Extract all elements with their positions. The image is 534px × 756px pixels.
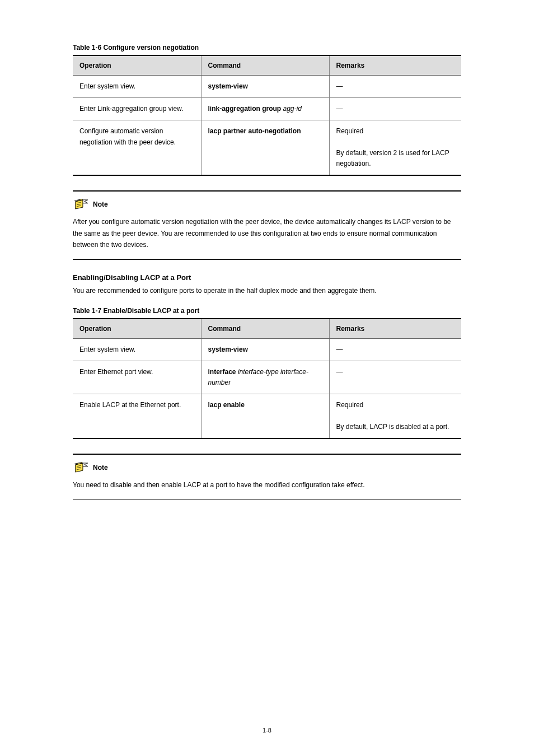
note2-text: You need to disable and then enable LACP…	[73, 479, 461, 491]
table1: Operation Command Remarks Enter system v…	[73, 55, 461, 176]
table-row: Enter Link-aggregation group view. link-…	[73, 98, 461, 120]
cell-operation: Enter Link-aggregation group view.	[73, 98, 201, 120]
cell-remarks: Required By default, LACP is disabled at…	[329, 394, 461, 438]
table2-header-command: Command	[201, 319, 329, 339]
section-para: You are recommended to configure ports t…	[73, 285, 461, 296]
table-row: Enable LACP at the Ethernet port. lacp e…	[73, 394, 461, 438]
section-heading: Enabling/Disabling LACP at a Port	[73, 273, 461, 282]
cell-remarks: —	[329, 76, 461, 98]
table-row: Enter Ethernet port view. interface inte…	[73, 361, 461, 394]
cell-command: lacp enable	[201, 394, 329, 438]
note-icon	[73, 461, 90, 474]
table-row: Enter system view. system-view —	[73, 338, 461, 361]
table1-header-command: Command	[201, 55, 329, 76]
table-row: Enter system view. system-view —	[73, 76, 461, 98]
note-icon	[73, 198, 90, 211]
cell-command: system-view	[201, 338, 329, 361]
cell-command: link-aggregation group agg-id	[201, 98, 329, 120]
table-row: Configure automatic version negotiation …	[73, 120, 461, 175]
cell-operation: Enter Ethernet port view.	[73, 361, 201, 394]
cell-remarks: —	[329, 98, 461, 120]
page-number: 1-8	[0, 727, 534, 734]
note1-box: Note After you configure automatic versi…	[73, 190, 461, 260]
table1-header-remarks: Remarks	[329, 55, 461, 76]
table1-header-operation: Operation	[73, 55, 201, 76]
table2-title: Table 1-7 Enable/Disable LACP at a port	[73, 307, 461, 315]
note1-text: After you configure automatic version ne…	[73, 216, 461, 250]
cell-operation: Enter system view.	[73, 76, 201, 98]
cell-remarks: —	[329, 338, 461, 361]
cell-command: system-view	[201, 76, 329, 98]
table1-title: Table 1-6 Configure version negotiation	[73, 44, 461, 52]
cell-operation: Configure automatic version negotiation …	[73, 120, 201, 175]
note2-label: Note	[93, 464, 108, 472]
cell-command: interface interface-type interface-numbe…	[201, 361, 329, 394]
table2-header-operation: Operation	[73, 319, 201, 339]
table2-header-remarks: Remarks	[329, 319, 461, 339]
table2: Operation Command Remarks Enter system v…	[73, 318, 461, 439]
cell-remarks: —	[329, 361, 461, 394]
note2-box: Note You need to disable and then enable…	[73, 454, 461, 500]
cell-command: lacp partner auto-negotiation	[201, 120, 329, 175]
cell-operation: Enter system view.	[73, 338, 201, 361]
cell-remarks: Required By default, version 2 is used f…	[329, 120, 461, 175]
note1-label: Note	[93, 200, 108, 208]
cell-operation: Enable LACP at the Ethernet port.	[73, 394, 201, 438]
